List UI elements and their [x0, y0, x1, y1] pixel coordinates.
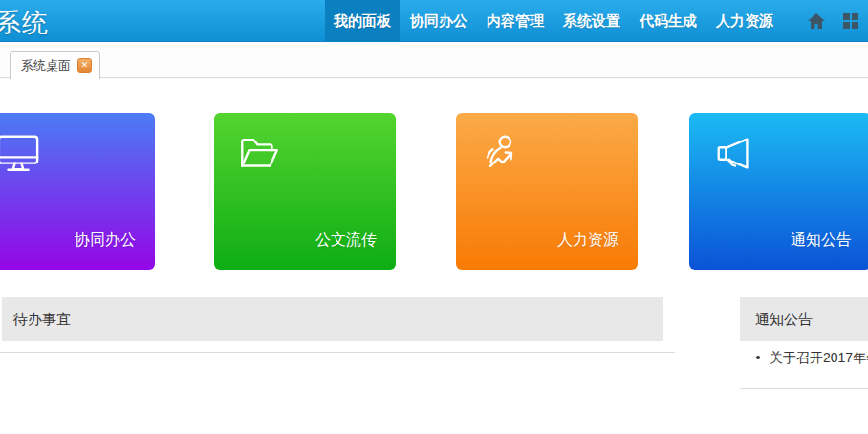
person-growth-icon: [479, 132, 523, 176]
nav-item-collab-office[interactable]: 协同办公: [401, 0, 476, 42]
tile-label: 公文流传: [315, 230, 377, 250]
nav-item-hr[interactable]: 人力资源: [707, 0, 782, 42]
notice-panel-title: 通知公告: [755, 311, 813, 327]
todo-panel-divider: [0, 352, 675, 353]
tab-label: 系统桌面: [21, 57, 71, 75]
top-navbar: 系统 我的面板 协同办公 内容管理 系统设置 代码生成 人力资源: [0, 0, 868, 42]
notice-panel-header: 通知公告: [740, 297, 868, 341]
monitor-icon: [0, 132, 40, 176]
tile-hr[interactable]: 人力资源: [456, 113, 638, 270]
todo-panel-title: 待办事宜: [13, 311, 71, 327]
tile-label: 协同办公: [75, 230, 136, 250]
home-icon[interactable]: [808, 13, 825, 29]
notice-list-item[interactable]: 关于召开2017年年: [740, 348, 868, 367]
nav-item-my-dashboard[interactable]: 我的面板: [325, 0, 400, 42]
tile-collab-office[interactable]: 协同办公: [0, 113, 155, 270]
open-folder-icon: [237, 132, 281, 176]
main-menu: 我的面板 协同办公 内容管理 系统设置 代码生成 人力资源: [324, 0, 868, 42]
bullet-icon: [756, 356, 760, 359]
tab-system-desktop[interactable]: 系统桌面: [10, 51, 100, 79]
notice-item-divider: [740, 388, 868, 389]
tile-notice[interactable]: 通知公告: [689, 113, 868, 270]
todo-panel-header: 待办事宜: [2, 297, 663, 341]
app-window: 系统 我的面板 协同办公 内容管理 系统设置 代码生成 人力资源 系统桌面: [0, 0, 868, 434]
megaphone-icon: [712, 132, 756, 176]
grid-layout-icon[interactable]: [843, 13, 858, 29]
tile-label: 通知公告: [791, 230, 852, 250]
nav-item-system-settings[interactable]: 系统设置: [554, 0, 629, 42]
nav-item-content-mgmt[interactable]: 内容管理: [478, 0, 553, 42]
tab-close-icon[interactable]: [77, 58, 92, 73]
tab-strip-border: [0, 77, 868, 78]
nav-item-code-gen[interactable]: 代码生成: [631, 0, 705, 42]
notice-item-text: 关于召开2017年年: [770, 348, 868, 367]
tab-strip: [0, 42, 868, 79]
tile-document-flow[interactable]: 公文流传: [214, 113, 396, 270]
app-logo: 系统: [0, 6, 49, 40]
tile-label: 人力资源: [557, 230, 618, 250]
